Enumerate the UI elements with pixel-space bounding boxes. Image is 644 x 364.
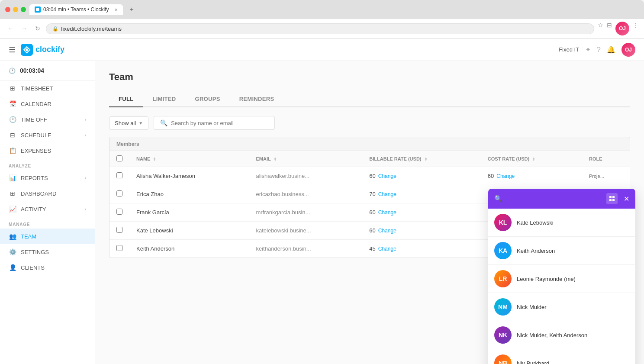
svg-rect-3 bbox=[612, 196, 615, 198]
row-checkbox[interactable] bbox=[116, 209, 122, 215]
change-billable-button[interactable]: Change bbox=[378, 228, 396, 234]
panel-item[interactable]: LR Leonie Raymonde (me) bbox=[488, 265, 635, 293]
sidebar-item-settings[interactable]: ⚙️ SETTINGS bbox=[0, 244, 95, 260]
sort-icon[interactable]: ⇕ bbox=[153, 157, 156, 161]
user-avatar-nav[interactable]: OJ bbox=[615, 22, 629, 35]
clients-icon: 👤 bbox=[9, 264, 16, 271]
panel-close-button[interactable]: ✕ bbox=[624, 195, 629, 203]
row-checkbox[interactable] bbox=[116, 227, 122, 233]
sidebar-item-dashboard[interactable]: ⊞ DASHBOARD bbox=[0, 186, 95, 201]
panel-avatar: KL bbox=[494, 214, 512, 231]
panel-item[interactable]: NB Niv Burkhard bbox=[488, 349, 635, 364]
workspace-name: Fixed IT bbox=[559, 46, 579, 53]
sidebar-item-expenses[interactable]: 📋 EXPENSES bbox=[0, 143, 95, 158]
search-input[interactable] bbox=[171, 120, 268, 126]
maximize-dot[interactable] bbox=[21, 7, 26, 12]
change-billable-button[interactable]: Change bbox=[378, 191, 396, 197]
refresh-button[interactable]: ↻ bbox=[33, 24, 42, 33]
new-tab-button[interactable]: + bbox=[126, 3, 137, 16]
tab-limited[interactable]: LIMITED bbox=[143, 91, 185, 107]
row-checkbox[interactable] bbox=[116, 190, 122, 196]
sort-icon[interactable]: ⇕ bbox=[424, 157, 428, 161]
row-checkbox[interactable] bbox=[116, 172, 122, 178]
table-row: Alisha Walker-Jameson alishawalker.busin… bbox=[109, 167, 630, 185]
sidebar-item-clients[interactable]: 👤 CLIENTS bbox=[0, 260, 95, 275]
back-button[interactable]: ← bbox=[5, 24, 16, 33]
panel-item[interactable]: NK Nick Mulder, Keith Anderson bbox=[488, 321, 635, 349]
panel-person-name: Nick Mulder bbox=[517, 304, 547, 310]
change-billable-button[interactable]: Change bbox=[378, 246, 396, 252]
show-all-label: Show all bbox=[115, 120, 136, 126]
svg-rect-4 bbox=[609, 199, 612, 201]
sidebar-item-label: SETTINGS bbox=[21, 249, 49, 255]
panel-avatar: NM bbox=[494, 298, 512, 316]
tab-reminders[interactable]: REMINDERS bbox=[230, 91, 284, 107]
menu-icon[interactable]: ⋮ bbox=[633, 22, 639, 35]
team-icon: 👥 bbox=[9, 233, 16, 240]
settings-icon: ⚙️ bbox=[9, 248, 16, 255]
header-left: ☰ clockify bbox=[9, 44, 64, 56]
forward-button[interactable]: → bbox=[19, 24, 29, 33]
timer-icon: 🕐 bbox=[9, 68, 16, 74]
browser-tab[interactable]: 03:04 min • Teams • Clockify ✕ bbox=[29, 4, 123, 15]
svg-point-1 bbox=[26, 48, 28, 51]
sort-icon[interactable]: ⇕ bbox=[274, 157, 277, 161]
sidebar-item-timesheet[interactable]: ⊞ TIMESHEET bbox=[0, 81, 95, 96]
sidebar-item-calendar[interactable]: 📅 CALENDAR bbox=[0, 96, 95, 112]
member-billable: 60 Change bbox=[362, 167, 480, 185]
arrow-icon: › bbox=[85, 207, 86, 212]
select-all-checkbox[interactable] bbox=[116, 155, 122, 161]
panel-item[interactable]: KA Keith Anderson bbox=[488, 237, 635, 265]
sidebar: 🕐 00:03:04 ⊞ TIMESHEET 📅 CALENDAR 🕐 TIME… bbox=[0, 61, 95, 364]
tab-groups[interactable]: GROUPS bbox=[186, 91, 230, 107]
sort-icon[interactable]: ⇕ bbox=[532, 157, 535, 161]
sidebar-item-label: CLIENTS bbox=[21, 264, 45, 271]
sidebar-item-reports[interactable]: 📊 REPORTS › bbox=[0, 170, 95, 186]
member-name: Alisha Walker-Jameson bbox=[129, 167, 249, 185]
sidebar-item-team[interactable]: 👥 TEAM bbox=[0, 229, 95, 244]
schedule-icon: ⊟ bbox=[9, 132, 16, 139]
member-cost: 60 Change bbox=[481, 167, 582, 185]
change-billable-button[interactable]: Change bbox=[378, 173, 396, 179]
notification-icon[interactable]: 🔔 bbox=[607, 45, 615, 54]
minimize-dot[interactable] bbox=[13, 7, 18, 12]
tab-full[interactable]: FULL bbox=[109, 91, 143, 107]
browser-titlebar: 03:04 min • Teams • Clockify ✕ + bbox=[0, 0, 644, 19]
bookmark-icon[interactable]: ☆ bbox=[598, 22, 603, 35]
member-role: Proje... bbox=[582, 167, 630, 185]
sidebar-item-label: DASHBOARD bbox=[21, 190, 56, 197]
sidebar-item-schedule[interactable]: ⊟ SCHEDULE › bbox=[0, 127, 95, 143]
panel-person-name: Keith Anderson bbox=[517, 248, 555, 254]
change-billable-button[interactable]: Change bbox=[378, 209, 396, 216]
magic-icon[interactable]: ✦ bbox=[585, 45, 591, 54]
col-cost: COST RATE (USD) ⇕ bbox=[481, 151, 582, 167]
sidebar-timer: 🕐 00:03:04 bbox=[0, 61, 95, 81]
panel-view-toggle[interactable] bbox=[606, 193, 618, 204]
panel-item[interactable]: NM Nick Mulder bbox=[488, 293, 635, 321]
change-cost-button[interactable]: Change bbox=[496, 173, 515, 179]
sidebar-item-label: SCHEDULE bbox=[21, 132, 52, 139]
sidebar-item-label: TIMESHEET bbox=[21, 85, 53, 92]
search-icon: 🔍 bbox=[160, 119, 167, 126]
col-name: NAME ⇕ bbox=[129, 151, 249, 167]
row-checkbox[interactable] bbox=[116, 245, 122, 251]
layout-icon[interactable]: ⊟ bbox=[607, 22, 612, 35]
panel-item[interactable]: KL Kate Lebowski bbox=[488, 209, 635, 237]
member-email: keithanderson.busin... bbox=[249, 240, 362, 258]
panel-person-name: Kate Lebowski bbox=[517, 219, 554, 226]
members-label: Members bbox=[116, 141, 139, 147]
address-bar[interactable]: 🔒 fixedit.clockify.me/teams bbox=[46, 23, 594, 34]
help-icon[interactable]: ? bbox=[597, 46, 601, 54]
main-content: Team FULL LIMITED GROUPS REMINDERS Show … bbox=[95, 61, 644, 364]
show-all-button[interactable]: Show all ▼ bbox=[109, 116, 148, 130]
caret-icon: ▼ bbox=[138, 121, 143, 126]
close-dot[interactable] bbox=[5, 7, 10, 12]
tab-close-icon[interactable]: ✕ bbox=[114, 7, 118, 12]
svg-rect-2 bbox=[609, 196, 612, 198]
hamburger-button[interactable]: ☰ bbox=[9, 45, 16, 55]
sidebar-item-timeoff[interactable]: 🕐 TIME OFF › bbox=[0, 112, 95, 127]
table-head: NAME ⇕ EMAIL ⇕ BILLABLE RATE (USD) ⇕ COS… bbox=[109, 151, 630, 167]
sidebar-item-activity[interactable]: 📈 ACTIVITY › bbox=[0, 201, 95, 217]
search-box[interactable]: 🔍 bbox=[154, 116, 275, 130]
user-avatar[interactable]: OJ bbox=[621, 43, 635, 57]
